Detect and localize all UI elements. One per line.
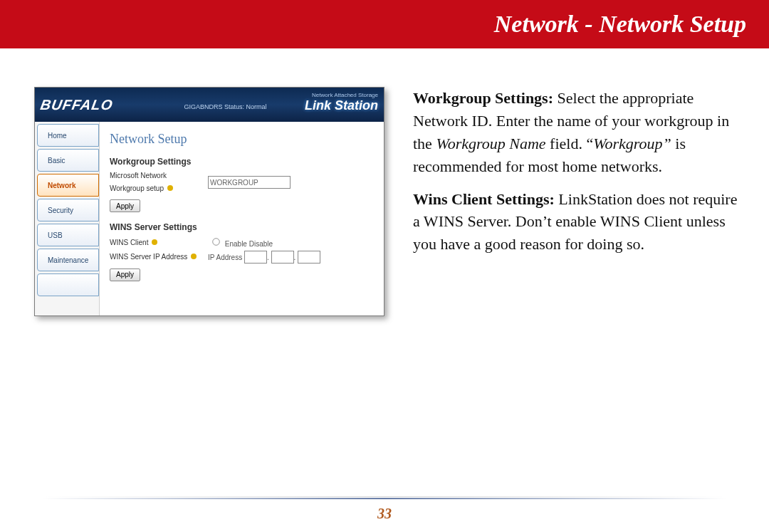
apply-button-wins[interactable]: Apply [110, 268, 140, 281]
footer-rule [43, 498, 726, 499]
sidebar-item-usb[interactable]: USB [37, 224, 99, 246]
product-tagline: Network Attached Storage [305, 92, 378, 98]
status-text: GIGABNDRS Status: Normal [184, 103, 266, 110]
wins-ip-inputs: IP Address . . [208, 251, 320, 264]
sidebar-item-basic[interactable]: Basic [37, 149, 99, 172]
sidebar-item-network[interactable]: Network [37, 174, 99, 197]
workgroup-row: Microsoft Network Workgroup setup [110, 169, 374, 195]
sidebar: Home Basic Network Security USB Maintena… [35, 122, 100, 315]
sidebar-item-home[interactable]: Home [37, 124, 99, 147]
info-dot-icon [167, 185, 173, 191]
wg-text-b: field. “ [546, 135, 594, 152]
wins-ip-octet-1[interactable] [244, 251, 267, 264]
wins-heading: WINS Server Settings [110, 222, 374, 232]
paragraph-wins: Wins Client Settings: LinkStation does n… [413, 188, 746, 256]
screenshot-header: BUFFALO GIGABNDRS Status: Normal Network… [35, 88, 384, 122]
sidebar-item-maintenance[interactable]: Maintenance [37, 249, 99, 271]
wins-ip-label: WINS Server IP Address [110, 251, 202, 264]
page-body: BUFFALO GIGABNDRS Status: Normal Network… [0, 48, 769, 316]
page-header-banner: Network - Network Setup [0, 0, 769, 48]
screenshot-body: Home Basic Network Security USB Maintena… [35, 122, 384, 315]
manual-text-column: Workgroup Settings: Select the appropria… [413, 87, 746, 316]
embedded-screenshot: BUFFALO GIGABNDRS Status: Normal Network… [34, 87, 384, 316]
wins-ip-octet-2[interactable] [271, 251, 294, 264]
settings-panel: Network Setup Workgroup Settings Microso… [100, 122, 384, 315]
wins-client-label-text: WINS Client [110, 239, 148, 246]
workgroup-heading: Workgroup Settings [110, 157, 374, 167]
paragraph-workgroup: Workgroup Settings: Select the appropria… [413, 87, 746, 178]
page-title: Network - Network Setup [494, 11, 746, 38]
wins-ip-label-text: WINS Server IP Address [110, 253, 187, 261]
wg-italic-2: Workgroup” [593, 135, 671, 152]
page-number: 33 [0, 506, 769, 522]
wg-bold: Workgroup Settings: [413, 89, 553, 107]
workgroup-label-text: Microsoft Network Workgroup setup [110, 172, 167, 192]
wins-ip-octet-3[interactable] [298, 251, 320, 264]
apply-button[interactable]: Apply [110, 199, 140, 212]
brand-logo: BUFFALO [33, 97, 114, 113]
sidebar-item-security[interactable]: Security [37, 199, 99, 221]
workgroup-label: Microsoft Network Workgroup setup [110, 169, 202, 195]
sidebar-item-blank[interactable] [37, 273, 99, 296]
product-name-block: Network Attached Storage Link Station [305, 92, 378, 113]
wins-bold: Wins Client Settings: [413, 190, 555, 208]
wins-ip-row: WINS Server IP Address IP Address . . [110, 251, 374, 264]
wins-enable-radio[interactable] [212, 238, 219, 245]
panel-title: Network Setup [110, 132, 374, 147]
info-dot-icon [152, 239, 157, 245]
wg-italic-1: Workgroup Name [436, 135, 545, 152]
wins-radio-labels: Enable Disable [225, 240, 273, 248]
product-name: Link Station [305, 98, 378, 113]
wins-client-label: WINS Client [110, 236, 202, 249]
wins-ip-prefix: IP Address [208, 254, 242, 261]
wins-client-row: WINS Client Enable Disable [110, 235, 374, 251]
info-dot-icon [191, 254, 197, 259]
wins-client-radio-group[interactable]: Enable Disable [208, 235, 273, 251]
workgroup-name-input[interactable] [208, 176, 291, 189]
